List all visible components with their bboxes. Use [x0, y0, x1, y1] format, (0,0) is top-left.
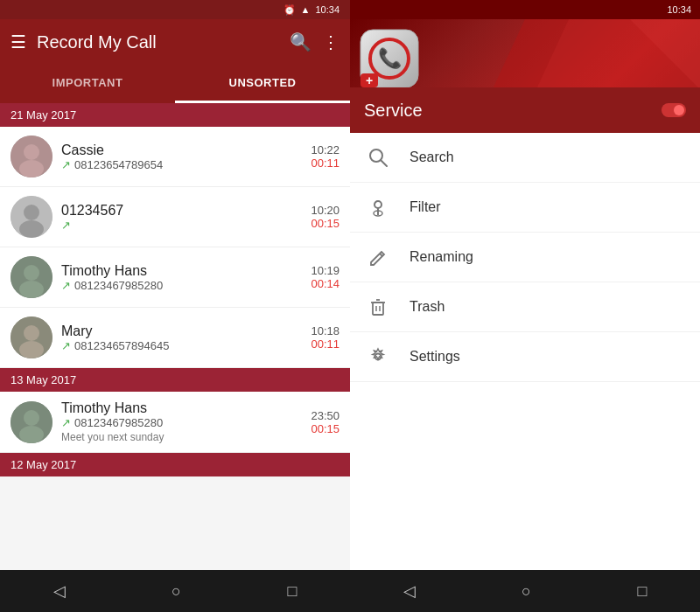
tab-important[interactable]: IMPORTANT — [0, 65, 175, 103]
call-name-cassie: Cassie — [61, 143, 302, 158]
avatar-timothy1 — [10, 256, 52, 298]
call-number-timothy2: ↗ 08123467985280 — [61, 416, 302, 429]
outgoing-arrow: ↗ — [61, 158, 71, 171]
avatar-timothy2 — [10, 401, 52, 443]
renaming-menu-icon — [368, 247, 388, 268]
call-name-timothy1: Timothy Hans — [61, 263, 302, 279]
app-icon: 📞 + — [359, 28, 420, 89]
outgoing-arrow-5: ↗ — [61, 416, 71, 429]
tab-unsorted[interactable]: UNSORTED — [175, 65, 350, 103]
outgoing-arrow-3: ↗ — [61, 279, 71, 292]
more-options-icon[interactable]: ⋮ — [322, 31, 340, 52]
menu-label-settings: Settings — [410, 349, 460, 365]
svg-point-25 — [374, 201, 382, 208]
svg-text:+: + — [366, 73, 373, 87]
call-times-timothy2: 23:50 00:15 — [311, 409, 340, 435]
svg-point-11 — [19, 341, 44, 358]
right-panel: 10:34 📞 + — [350, 0, 700, 612]
svg-point-13 — [24, 410, 39, 426]
svg-point-4 — [24, 205, 39, 220]
service-row: Service — [350, 87, 700, 133]
menu-items: Search Filter Renaming — [350, 133, 700, 570]
menu-item-filter[interactable]: Filter — [350, 183, 700, 233]
back-button[interactable]: ◁ — [53, 581, 66, 601]
tabs-bar: IMPORTANT UNSORTED — [0, 65, 350, 103]
call-times-mary: 10:18 00:11 — [311, 324, 340, 351]
svg-point-7 — [24, 265, 39, 281]
svg-text:📞: 📞 — [378, 46, 402, 70]
menu-label-renaming: Renaming — [410, 249, 473, 265]
call-note-timothy2: Meet you next sunday — [61, 431, 302, 443]
date-header-may13: 13 May 2017 — [0, 368, 350, 392]
nav-bar-left: ◁ ○ □ — [0, 570, 350, 612]
outgoing-arrow-4: ↗ — [61, 339, 71, 352]
call-info-mary: Mary ↗ 081234657894645 — [61, 323, 302, 352]
toolbar: ☰ Record My Call 🔍 ⋮ — [0, 19, 350, 65]
call-item-timothy1[interactable]: Timothy Hans ↗ 08123467985280 10:19 00:1… — [0, 247, 350, 308]
avatar-cassie — [10, 136, 52, 177]
svg-rect-29 — [373, 303, 383, 315]
search-menu-icon — [368, 147, 388, 168]
call-number-timothy1: ↗ 08123467985280 — [61, 279, 302, 292]
call-times-cassie: 10:22 00:11 — [311, 143, 340, 170]
trash-menu-icon — [368, 296, 388, 317]
avatar-unknown — [10, 196, 52, 238]
svg-point-14 — [19, 426, 44, 443]
svg-point-10 — [24, 325, 39, 341]
menu-label-trash: Trash — [410, 299, 444, 315]
menu-icon[interactable]: ☰ — [10, 31, 26, 52]
call-name-unknown: 01234567 — [61, 203, 302, 219]
call-times-timothy1: 10:19 00:14 — [311, 264, 340, 290]
date-header-may12: 12 May 2017 — [0, 453, 350, 476]
call-item-cassie[interactable]: Cassie ↗ 08123654789654 10:22 00:11 — [0, 127, 350, 187]
call-item-timothy2[interactable]: Timothy Hans ↗ 08123467985280 Meet you n… — [0, 392, 350, 453]
menu-item-settings[interactable]: Settings — [350, 332, 700, 382]
call-number-cassie: ↗ 08123654789654 — [61, 158, 302, 171]
status-alarm: ⏰ — [284, 4, 296, 16]
call-info-timothy1: Timothy Hans ↗ 08123467985280 — [61, 263, 302, 292]
call-number-unknown: ↗ — [61, 219, 302, 232]
filter-menu-icon — [368, 197, 388, 218]
svg-point-1 — [24, 144, 39, 160]
menu-label-search: Search — [410, 150, 454, 165]
svg-point-2 — [19, 160, 44, 177]
call-times-unknown: 10:20 00:15 — [311, 204, 340, 230]
right-status-bar: 10:34 — [350, 0, 700, 19]
svg-line-24 — [381, 160, 387, 166]
menu-label-filter: Filter — [410, 199, 441, 215]
app-title: Record My Call — [37, 32, 279, 52]
nav-bar-right: ◁ ○ □ — [350, 570, 700, 612]
call-info-cassie: Cassie ↗ 08123654789654 — [61, 143, 302, 171]
menu-item-search[interactable]: Search — [350, 133, 700, 183]
right-recent-button[interactable]: □ — [637, 582, 647, 601]
left-panel: ⏰ ▲ 10:34 ☰ Record My Call 🔍 ⋮ IMPORTANT… — [0, 0, 350, 612]
svg-point-5 — [19, 220, 44, 238]
right-status-time: 10:34 — [667, 4, 691, 15]
call-name-timothy2: Timothy Hans — [61, 400, 302, 416]
right-back-button[interactable]: ◁ — [403, 581, 416, 601]
call-number-mary: ↗ 081234657894645 — [61, 339, 302, 352]
call-info-unknown: 01234567 ↗ — [61, 203, 302, 232]
menu-item-trash[interactable]: Trash — [350, 282, 700, 332]
date-header-may21: 21 May 2017 — [0, 103, 350, 127]
call-item-unknown[interactable]: 01234567 ↗ 10:20 00:15 — [0, 187, 350, 247]
status-bar: ⏰ ▲ 10:34 — [0, 0, 350, 19]
menu-item-renaming[interactable]: Renaming — [350, 233, 700, 282]
home-button[interactable]: ○ — [172, 582, 181, 601]
right-home-button[interactable]: ○ — [522, 582, 531, 601]
recent-button[interactable]: □ — [287, 582, 297, 601]
avatar-mary — [10, 316, 52, 358]
menu-header: 📞 + Service — [350, 19, 700, 133]
outgoing-arrow-2: ↗ — [61, 219, 71, 232]
service-toggle[interactable] — [662, 103, 686, 117]
call-item-mary[interactable]: Mary ↗ 081234657894645 10:18 00:11 — [0, 308, 350, 368]
status-signal: ▲ — [301, 4, 311, 15]
settings-menu-icon — [368, 346, 388, 367]
call-list: 21 May 2017 Cassie ↗ 08123654789654 10:2… — [0, 103, 350, 570]
call-name-mary: Mary — [61, 323, 302, 339]
service-label: Service — [364, 101, 651, 121]
svg-line-28 — [380, 254, 382, 256]
status-time: 10:34 — [315, 4, 340, 15]
search-icon[interactable]: 🔍 — [290, 31, 312, 52]
call-info-timothy2: Timothy Hans ↗ 08123467985280 Meet you n… — [61, 400, 302, 443]
